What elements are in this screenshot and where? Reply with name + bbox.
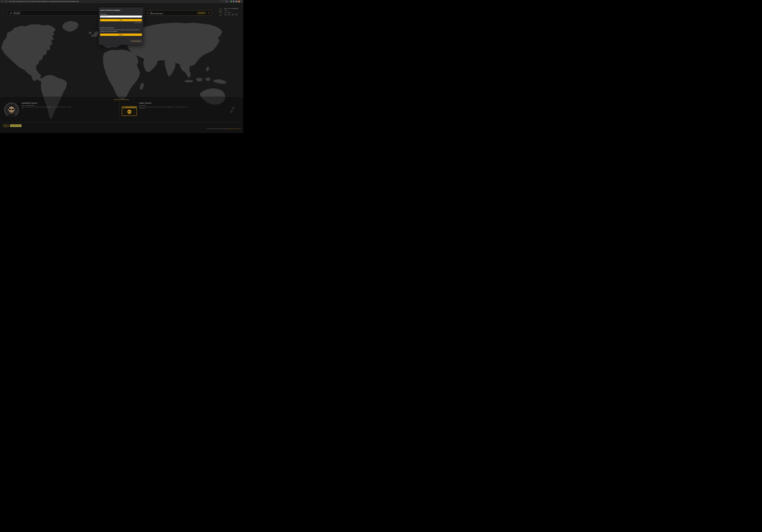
subcategory-label: SQL injection	[13, 13, 20, 14]
maturity-badge	[224, 13, 227, 16]
bookmark-star-icon[interactable]: ☆	[228, 0, 230, 3]
category-label: Injection Flaws	[13, 12, 20, 13]
back-icon[interactable]: ←	[1, 0, 3, 3]
threat-window-titlebar	[122, 107, 136, 108]
signup-text: Sign up for a free 14-day trial to track…	[100, 29, 142, 32]
map-zoom-in-button[interactable]: +	[2, 9, 3, 10]
borneo	[196, 78, 203, 82]
screen: ← → ↻ portal.securecodewarrior.com/?utm_…	[0, 0, 243, 133]
language-label: Java	[150, 12, 163, 13]
new-guinea	[213, 79, 227, 84]
address-bar[interactable]: portal.securecodewarrior.com/?utm_source…	[8, 0, 220, 2]
browser-menu-icon[interactable]: ⋮	[241, 0, 243, 3]
accuracy-label: Accuracy	[224, 10, 243, 11]
arabia	[143, 56, 158, 72]
reload-icon[interactable]: ↻	[5, 0, 8, 3]
map-zoom-controls: + −	[2, 9, 3, 12]
adversary-avatar	[4, 103, 19, 117]
adversary-alias: Alias: Firstname Lastname	[22, 105, 73, 106]
philippines	[206, 66, 209, 71]
threat-description: The IDE has detected a security threat. …	[139, 107, 194, 109]
signup-button[interactable]: Sign up	[100, 34, 142, 36]
attribution-link-2[interactable]: amcharts.com	[236, 128, 241, 129]
attribution-text: The map is based on public domain map da…	[207, 128, 227, 129]
enter-game-mode-button[interactable]: Enter game mode	[10, 124, 22, 127]
window-control-square	[122, 107, 123, 108]
mission-divider-bottom	[0, 122, 243, 122]
threat-window-graphic	[122, 106, 137, 116]
attribution-and: and	[235, 128, 236, 129]
threat-profile: THREAT PROFILE SQL injection The IDE has…	[139, 103, 194, 109]
adversary-heading: ADVERSARY PROFILE	[22, 103, 73, 104]
no-account-heading: Don't have an SCW account?	[100, 27, 142, 28]
browser-profile-avatar[interactable]: C	[238, 1, 240, 2]
url-text: portal.securecodewarrior.com/?utm_source…	[11, 1, 79, 2]
map-zoom-out-button[interactable]: −	[2, 11, 3, 12]
crossed-swords-icon	[10, 12, 12, 14]
continue-as-guest-button[interactable]: Continue as guest	[130, 40, 142, 42]
language-text: Java Enterprise Edition (Basic)	[150, 12, 163, 14]
level-label: Level	[219, 8, 222, 9]
skull-icon	[127, 110, 132, 114]
extension-icon[interactable]	[233, 1, 234, 2]
extension-green-icon[interactable]	[231, 1, 232, 2]
chevron-down-icon	[208, 13, 209, 13]
madagascar	[140, 83, 144, 90]
side-panel-icon[interactable]	[235, 1, 237, 2]
threat-heading: THREAT PROFILE	[139, 103, 194, 104]
iceland	[88, 32, 92, 34]
level-value: 0	[220, 10, 221, 13]
maturity-badges	[224, 13, 243, 16]
guest-row: Continue as guest	[100, 40, 142, 42]
adversary-profile: ADVERSARY PROFILE Alias: Firstname Lastn…	[22, 103, 73, 109]
modal-title: Log in to track your progress	[100, 7, 142, 11]
forward-icon[interactable]: →	[3, 0, 5, 3]
stats-panel: Level 0 0 Points Most Critical Weaknesse…	[218, 8, 243, 16]
page: + − Injection Flaws SQL injection Java	[0, 3, 243, 133]
mission-divider-top	[0, 96, 243, 97]
weaknesses-block: Most Critical Weaknesses Accuracy Securi…	[224, 8, 243, 16]
sulawesi	[205, 77, 211, 81]
threat-window-body	[122, 108, 136, 115]
india	[165, 60, 176, 77]
window-control-square	[123, 107, 124, 108]
points-label: Points	[219, 15, 222, 16]
mission-shade	[0, 96, 243, 133]
map-attribution: The map is based on public domain map da…	[207, 128, 241, 129]
points-value: 0	[220, 14, 221, 15]
level-gauge: 0	[218, 9, 223, 13]
window-address-bar	[125, 107, 136, 108]
mission-briefing-title: MISSION BRIEFING	[0, 99, 243, 100]
maturity-badge	[235, 13, 238, 16]
next-button[interactable]: Next	[100, 19, 142, 21]
continent-north-america	[1, 24, 56, 81]
maturity-badge	[228, 13, 230, 16]
remembered-badge: REMEMBERED	[197, 12, 205, 14]
adversary-description: Subject is well-known for targeting worl…	[22, 107, 73, 109]
security-maturity-label: Security Maturity	[224, 12, 243, 13]
uk	[94, 31, 99, 37]
category-text: Injection Flaws SQL injection	[13, 12, 20, 14]
edition-label: Enterprise Edition (Basic)	[150, 13, 163, 14]
level-block: Level 0 0 Points	[218, 8, 223, 16]
most-critical-label: Most Critical Weaknesses	[224, 8, 243, 9]
attribution-link-1[interactable]: naturalearthdata.com	[227, 128, 235, 129]
browser-chrome: ← → ↻ portal.securecodewarrior.com/?utm_…	[0, 0, 243, 3]
email-field[interactable]	[100, 16, 142, 18]
continent-africa	[103, 49, 140, 100]
sumatra-java	[185, 80, 193, 82]
login-button[interactable]: Login	[3, 124, 9, 127]
chrome-actions: ☆ C ⋮	[226, 0, 243, 3]
email-label: Email Address	[100, 14, 142, 15]
java-icon	[146, 12, 149, 14]
forgot-password-link[interactable]: Forgot Password	[100, 22, 142, 23]
share-icon[interactable]	[226, 1, 227, 2]
threat-name: SQL injection	[139, 105, 194, 106]
login-modal: Log in to track your progress Email Addr…	[99, 7, 143, 45]
continent-greenland	[62, 21, 79, 32]
language-selector[interactable]: Java Enterprise Edition (Basic) REMEMBER…	[144, 10, 211, 16]
lock-icon	[9, 1, 10, 2]
maturity-badge	[232, 13, 234, 16]
